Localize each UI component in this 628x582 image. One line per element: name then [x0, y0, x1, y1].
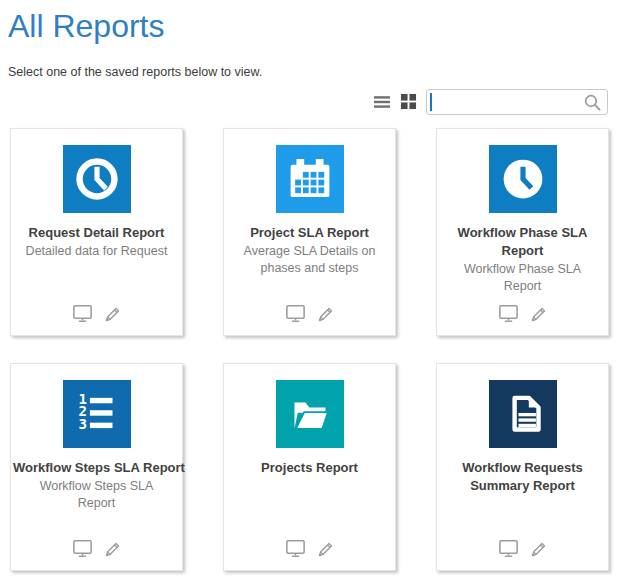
card-actions	[11, 537, 182, 559]
svg-text:3: 3	[78, 416, 87, 432]
monitor-icon[interactable]	[284, 537, 307, 559]
document-icon	[489, 380, 557, 448]
search-icon[interactable]	[583, 93, 603, 113]
numbered-list-icon: 1 2 3	[63, 380, 131, 448]
list-view-icon[interactable]	[373, 94, 391, 110]
clock-solid-icon	[489, 145, 557, 213]
monitor-icon[interactable]	[497, 302, 520, 324]
card-actions	[224, 302, 395, 324]
grid-view-icon[interactable]	[400, 93, 417, 110]
pencil-icon[interactable]	[316, 304, 336, 324]
pencil-icon[interactable]	[316, 539, 336, 559]
report-card-workflow-steps-sla[interactable]: 1 2 3 Workflow Steps SLA Report Workflow…	[10, 363, 183, 571]
report-card-title: Projects Report	[224, 459, 395, 477]
report-card-projects[interactable]: Projects Report	[223, 363, 396, 571]
report-card-title: Workflow Requests Summary Report	[452, 459, 594, 495]
report-card-description: Detailed data for Request	[11, 243, 182, 260]
report-card-description: Workflow Steps SLA Report	[11, 478, 182, 512]
report-card-description: Average SLA Details on phases and steps	[224, 243, 395, 277]
report-card-request-detail[interactable]: Request Detail Report Detailed data for …	[10, 128, 183, 336]
monitor-icon[interactable]	[71, 537, 94, 559]
report-card-workflow-phase-sla[interactable]: Workflow Phase SLA Report Workflow Phase…	[436, 128, 609, 336]
search-input[interactable]	[427, 90, 607, 114]
monitor-icon[interactable]	[284, 302, 307, 324]
report-card-title: Project SLA Report	[224, 224, 395, 242]
card-actions	[224, 537, 395, 559]
view-toggle	[373, 93, 417, 110]
toolbar	[0, 88, 608, 115]
report-card-title: Workflow Steps SLA Report	[11, 459, 182, 477]
page-subtitle: Select one of the saved reports below to…	[8, 65, 628, 79]
pencil-icon[interactable]	[529, 539, 549, 559]
folder-open-icon	[276, 380, 344, 448]
card-actions	[437, 537, 608, 559]
report-card-title: Workflow Phase SLA Report	[457, 224, 589, 260]
text-caret	[430, 93, 432, 111]
card-actions	[437, 302, 608, 324]
calendar-icon	[276, 145, 344, 213]
clock-outline-icon	[63, 145, 131, 213]
report-card-project-sla[interactable]: Project SLA Report Average SLA Details o…	[223, 128, 396, 336]
report-card-description: Workflow Phase SLA Report	[437, 261, 608, 295]
report-card-workflow-requests-summary[interactable]: Workflow Requests Summary Report	[436, 363, 609, 571]
pencil-icon[interactable]	[103, 539, 123, 559]
reports-grid: Request Detail Report Detailed data for …	[10, 128, 628, 571]
page-title: All Reports	[0, 0, 628, 45]
pencil-icon[interactable]	[103, 304, 123, 324]
monitor-icon[interactable]	[71, 302, 94, 324]
search-box	[426, 89, 608, 115]
pencil-icon[interactable]	[529, 304, 549, 324]
report-card-title: Request Detail Report	[11, 224, 182, 242]
card-actions	[11, 302, 182, 324]
monitor-icon[interactable]	[497, 537, 520, 559]
